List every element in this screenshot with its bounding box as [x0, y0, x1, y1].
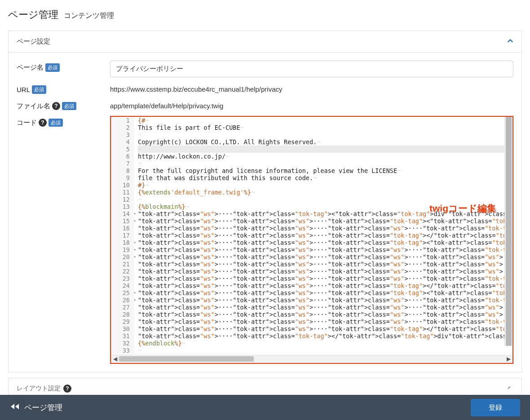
code-lines[interactable]: {#¬This file is part of EC-CUBE¬¬Copyrig… — [134, 117, 512, 355]
back-link[interactable]: ページ管理 — [10, 402, 62, 413]
label-code: コード ? 必須 — [17, 116, 102, 127]
submit-button[interactable]: 登録 — [471, 399, 520, 416]
page-header: ページ管理 コンテンツ管理 — [8, 8, 522, 31]
help-icon[interactable]: ? — [63, 385, 71, 393]
label-file-name: ファイル名 ? 必須 — [17, 99, 102, 111]
scroll-right-icon[interactable]: ▶ — [504, 356, 512, 362]
line-gutter: 1234567891011121314151617181920212223242… — [111, 117, 134, 355]
label-url: URL 必須 — [17, 83, 102, 94]
page-title: ページ管理 — [8, 8, 58, 22]
chevron-up-icon — [507, 38, 513, 46]
required-badge: 必須 — [49, 119, 63, 127]
help-icon[interactable]: ? — [52, 102, 60, 110]
file-name-value: app/template/default/Help/privacy.twig — [110, 99, 513, 110]
scroll-left-icon[interactable]: ◀ — [111, 356, 119, 362]
back-label: ページ管理 — [24, 402, 62, 413]
annotation-label: twigコード編集 — [429, 202, 496, 215]
required-badge: 必須 — [32, 85, 46, 94]
footer-bar: ページ管理 登録 — [0, 395, 530, 420]
help-icon[interactable]: ? — [39, 119, 47, 127]
chevron-up-icon — [507, 385, 513, 393]
code-editor-wrapper: twigコード編集 123456789101112131415161718192… — [110, 116, 513, 364]
page-settings-card: ページ設定 ページ名 必須 URL 必須 https://www.csstemp… — [8, 31, 522, 372]
card-title: ページ設定 — [17, 37, 50, 46]
code-editor[interactable]: 1234567891011121314151617181920212223242… — [111, 117, 512, 355]
vertical-scrollbar[interactable] — [504, 117, 512, 346]
rewind-icon — [10, 403, 20, 412]
label-page-name: ページ名 必須 — [17, 61, 102, 72]
page-name-input[interactable] — [110, 61, 513, 77]
required-badge: 必須 — [45, 63, 60, 72]
url-value: https://www.csstemp.biz/eccube4rc_manual… — [110, 83, 513, 93]
required-badge: 必須 — [62, 102, 76, 111]
card-header[interactable]: ページ設定 — [9, 31, 521, 53]
horizontal-scrollbar[interactable]: ◀ ▶ — [111, 355, 512, 363]
breadcrumb: コンテンツ管理 — [64, 11, 114, 21]
card-title: レイアウト設定 — [17, 385, 61, 393]
